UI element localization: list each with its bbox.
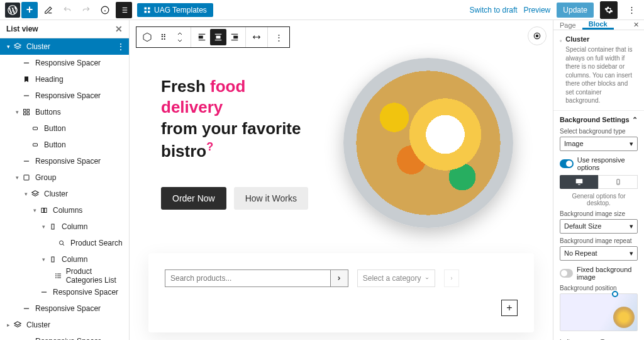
svg-rect-23 <box>42 208 44 213</box>
wordpress-logo[interactable] <box>5 3 20 18</box>
caret-icon[interactable]: ▾ <box>30 207 39 213</box>
search-submit-button[interactable] <box>331 269 348 287</box>
align-center-button[interactable] <box>210 29 226 45</box>
svg-rect-50 <box>233 36 238 39</box>
product-search-input[interactable] <box>165 269 331 287</box>
redo-button[interactable] <box>78 2 94 18</box>
list-item-button[interactable]: Button <box>0 120 129 137</box>
list-item-responsive-spacer[interactable]: Responsive Spacer <box>0 153 129 169</box>
list-item-responsive-spacer[interactable]: Responsive Spacer <box>0 88 129 104</box>
svg-point-34 <box>55 278 56 278</box>
list-item-buttons[interactable]: ▾Buttons <box>0 104 129 120</box>
collapse-icon[interactable]: ⌃ <box>632 116 638 124</box>
svg-rect-56 <box>578 184 580 184</box>
add-block-button[interactable]: + <box>21 2 38 18</box>
list-item-group[interactable]: ▾Group <box>0 169 129 186</box>
hero-heading[interactable]: Fresh food delivery from your favorite b… <box>161 76 310 162</box>
how-it-works-button[interactable]: How it Works <box>234 187 308 210</box>
move-up-down[interactable] <box>172 29 188 45</box>
add-inner-block-button[interactable]: + <box>501 300 518 316</box>
caret-icon[interactable]: ▾ <box>4 43 13 50</box>
list-item-cluster[interactable]: ▾Cluster <box>0 186 129 202</box>
info-button[interactable] <box>97 2 113 18</box>
tab-page[interactable]: Page <box>553 20 582 30</box>
caret-icon[interactable]: ▾ <box>39 224 48 230</box>
list-item-column[interactable]: ▾Column <box>0 251 129 268</box>
order-now-button[interactable]: Order Now <box>161 187 226 210</box>
svg-rect-19 <box>33 127 38 130</box>
preview-link[interactable]: Preview <box>524 6 551 14</box>
bg-size-select[interactable]: Default Size▾ <box>560 219 638 234</box>
svg-rect-16 <box>27 110 30 112</box>
layers-icon <box>560 35 562 47</box>
editor-canvas[interactable]: ⠿ ⋮ <box>130 20 553 340</box>
cols-icon <box>39 205 49 215</box>
align-left-button[interactable] <box>194 29 210 45</box>
list-item-responsive-spacer[interactable]: Responsive Spacer <box>0 55 129 71</box>
caret-icon[interactable]: ▾ <box>13 174 21 181</box>
device-mobile-button[interactable] <box>598 175 638 189</box>
fixed-bg-toggle[interactable] <box>560 269 573 278</box>
align-right-button[interactable] <box>226 29 243 45</box>
responsive-toggle[interactable] <box>560 159 574 168</box>
list-item-product-search[interactable]: Product Search <box>0 235 129 251</box>
list-item-columns[interactable]: ▾Columns <box>0 202 129 218</box>
responsive-toggle-label: Use responsive options <box>577 156 638 171</box>
list-view-button[interactable] <box>116 2 132 18</box>
svg-rect-55 <box>575 179 582 183</box>
edit-mode-button[interactable] <box>40 2 57 18</box>
svg-rect-24 <box>45 208 47 213</box>
col-icon <box>48 222 58 232</box>
item-options-button[interactable]: ⋮ <box>116 42 125 52</box>
list-item-button[interactable]: Button <box>0 137 129 153</box>
tab-block[interactable]: Block <box>582 20 614 30</box>
svg-rect-25 <box>52 224 54 229</box>
block-more-button[interactable]: ⋮ <box>270 29 287 45</box>
style-pin-button[interactable] <box>528 26 547 45</box>
list-view-panel: List view ✕ ▾Cluster⋮Responsive SpacerHe… <box>0 20 130 340</box>
swap-button[interactable] <box>248 29 265 45</box>
svg-rect-28 <box>52 257 54 262</box>
list-item-label: Responsive Spacer <box>35 304 101 313</box>
category-go-button[interactable] <box>444 269 459 287</box>
switch-to-draft-link[interactable]: Switch to draft <box>470 6 518 14</box>
chevron-down-icon: ▾ <box>630 140 633 148</box>
caret-icon[interactable]: ▾ <box>39 256 48 263</box>
caret-icon[interactable]: ▸ <box>4 322 13 328</box>
list-item-heading[interactable]: Heading <box>0 71 129 88</box>
update-button[interactable]: Update <box>557 3 594 18</box>
col-icon <box>48 254 58 264</box>
close-list-view-button[interactable]: ✕ <box>115 24 123 34</box>
list-item-cluster[interactable]: ▾Cluster⋮ <box>0 38 129 55</box>
svg-rect-22 <box>24 175 29 180</box>
list-item-responsive-spacer[interactable]: Responsive Spacer <box>0 333 129 340</box>
svg-rect-15 <box>24 110 26 112</box>
list-item-label: Responsive Spacer <box>35 91 101 100</box>
undo-button[interactable] <box>59 2 75 18</box>
list-item-responsive-spacer[interactable]: Responsive Spacer <box>0 284 129 300</box>
bg-type-label: Select background type <box>560 128 638 135</box>
square-icon <box>30 123 40 133</box>
hero-section: Fresh food delivery from your favorite b… <box>130 20 553 234</box>
caret-icon[interactable]: ▾ <box>13 109 21 115</box>
list-item-product-categories-list[interactable]: Product Categories List <box>0 268 129 284</box>
settings-button[interactable] <box>600 1 618 19</box>
bg-position-picker[interactable] <box>560 293 638 331</box>
dash-icon <box>39 287 49 297</box>
more-options-button[interactable]: ⋮ <box>624 3 639 18</box>
device-desktop-button[interactable] <box>560 175 598 189</box>
bg-type-select[interactable]: Image ▾ <box>560 137 638 151</box>
caret-icon[interactable]: ▾ <box>21 191 30 197</box>
block-description: Special container that is always on full… <box>565 45 638 105</box>
drag-handle[interactable]: ⠿ <box>155 29 172 45</box>
list-item-label: Column <box>62 222 87 231</box>
bg-repeat-select[interactable]: No Repeat▾ <box>560 246 638 261</box>
category-select[interactable]: Select a category <box>357 269 436 287</box>
close-inspector-button[interactable]: ✕ <box>628 21 644 29</box>
list-item-cluster[interactable]: ▸Cluster <box>0 317 129 333</box>
list-item-responsive-spacer[interactable]: Responsive Spacer <box>0 300 129 317</box>
svg-rect-11 <box>145 11 147 13</box>
list-item-column[interactable]: ▾Column <box>0 218 129 235</box>
uag-templates-button[interactable]: UAG Templates <box>137 3 213 17</box>
block-type-button[interactable] <box>139 29 155 45</box>
